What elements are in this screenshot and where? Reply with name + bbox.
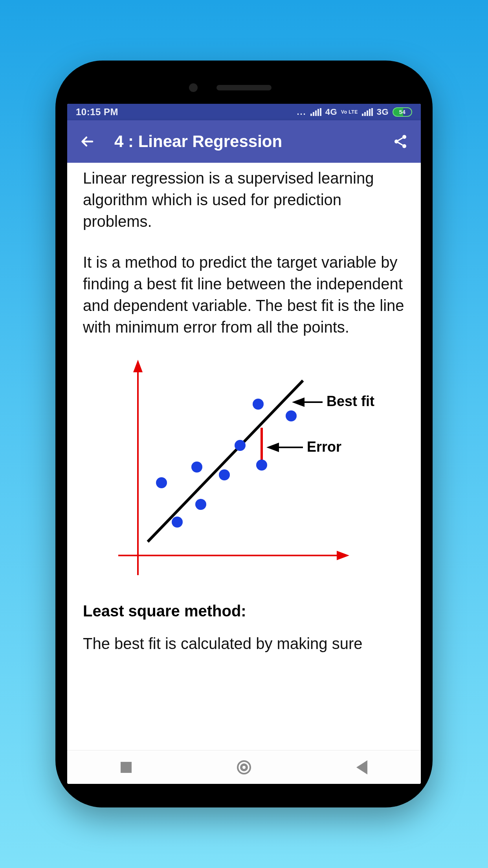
svg-point-7 <box>156 477 167 488</box>
page-title: 4 : Linear Regression <box>99 132 389 151</box>
status-right: ... 4G Vo LTE 3G 54 <box>297 107 412 117</box>
signal-bars-2-icon <box>362 108 373 116</box>
svg-point-13 <box>253 399 264 410</box>
screen: 10:15 PM ... 4G Vo LTE 3G 54 4 : Lin <box>67 104 421 784</box>
network-1-label: 4G <box>325 107 337 117</box>
circle-icon <box>237 760 251 774</box>
status-bar: 10:15 PM ... 4G Vo LTE 3G 54 <box>67 104 421 120</box>
home-button[interactable] <box>220 756 268 779</box>
paragraph-1: Linear regression is a supervised learni… <box>83 167 405 233</box>
svg-line-5 <box>148 381 303 542</box>
paragraph-partial: The best fit is calculated by making sur… <box>83 635 405 653</box>
svg-point-9 <box>191 462 202 473</box>
network-2-label: 3G <box>377 107 389 117</box>
sensor-dot <box>189 83 198 92</box>
arrow-left-icon <box>81 134 95 149</box>
svg-point-8 <box>172 517 183 528</box>
status-dots-icon: ... <box>297 107 306 117</box>
svg-point-15 <box>286 410 297 421</box>
status-time: 10:15 PM <box>76 107 118 117</box>
svg-point-10 <box>195 499 206 510</box>
svg-point-12 <box>235 440 246 451</box>
battery-level: 54 <box>393 107 412 117</box>
triangle-left-icon <box>356 760 367 774</box>
signal-bars-1-icon <box>310 108 321 116</box>
network-1-sublabel: Vo LTE <box>341 110 358 114</box>
square-icon <box>121 762 132 773</box>
svg-point-1 <box>394 140 398 143</box>
system-nav-bar <box>67 750 421 784</box>
svg-point-2 <box>402 144 406 148</box>
paragraph-2: It is a method to predict the target var… <box>83 252 405 338</box>
error-label: Error <box>307 439 341 455</box>
regression-diagram: Best fit Error <box>83 357 405 577</box>
article-content[interactable]: Linear regression is a supervised learni… <box>67 163 421 750</box>
app-bar: 4 : Linear Regression <box>67 120 421 163</box>
best-fit-label: Best fit <box>327 393 374 410</box>
svg-point-11 <box>219 469 230 480</box>
share-button[interactable] <box>389 131 411 153</box>
svg-point-0 <box>402 135 406 139</box>
share-icon <box>393 134 408 149</box>
recent-apps-button[interactable] <box>103 756 150 779</box>
svg-point-14 <box>256 460 267 471</box>
phone-frame: 10:15 PM ... 4G Vo LTE 3G 54 4 : Lin <box>55 61 433 807</box>
earpiece <box>216 85 272 90</box>
subheading-least-square: Least square method: <box>83 602 405 620</box>
battery-icon: 54 <box>393 107 412 117</box>
back-system-button[interactable] <box>338 756 385 779</box>
back-button[interactable] <box>77 131 99 153</box>
